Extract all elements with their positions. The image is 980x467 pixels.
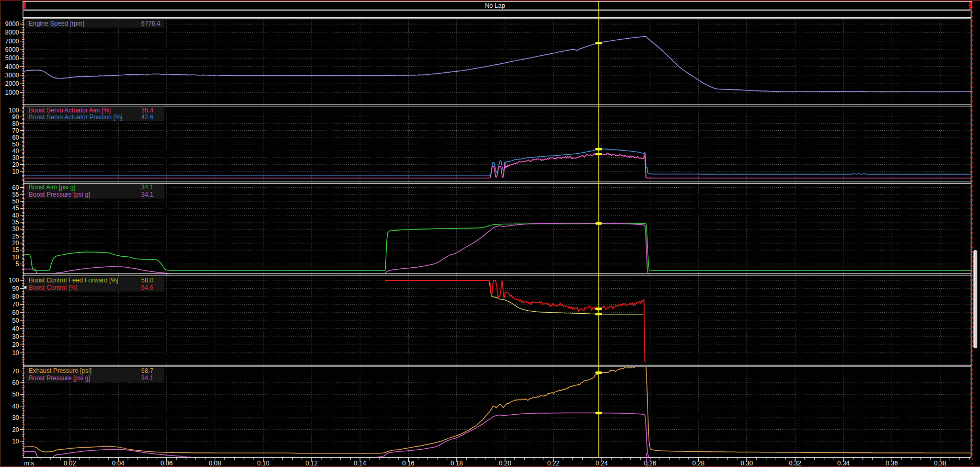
svg-text:5000: 5000: [5, 54, 19, 62]
svg-text:55: 55: [12, 191, 19, 198]
svg-text:Boost Pressure [psi g]: Boost Pressure [psi g]: [29, 191, 90, 198]
svg-text:40: 40: [12, 325, 19, 333]
svg-text:45: 45: [12, 204, 19, 212]
svg-text:34.1: 34.1: [141, 184, 154, 191]
svg-text:20: 20: [12, 161, 19, 168]
svg-text:1000: 1000: [5, 89, 19, 96]
svg-text:10: 10: [12, 254, 19, 261]
svg-text:35.4: 35.4: [141, 107, 154, 114]
svg-text:0:28: 0:28: [693, 460, 705, 467]
svg-text:20: 20: [12, 341, 19, 348]
svg-text:10: 10: [12, 438, 19, 445]
svg-text:6776.4: 6776.4: [141, 20, 160, 27]
svg-text:68.7: 68.7: [141, 367, 154, 374]
svg-text:0:06: 0:06: [160, 460, 173, 467]
svg-text:0:02: 0:02: [64, 460, 76, 467]
svg-text:50: 50: [12, 391, 19, 398]
svg-text:6000: 6000: [5, 46, 19, 53]
svg-text:70: 70: [12, 368, 19, 375]
svg-text:34.1: 34.1: [141, 191, 154, 198]
svg-text:0:08: 0:08: [209, 460, 222, 467]
svg-text:m:s: m:s: [24, 460, 34, 467]
svg-text:58.0: 58.0: [141, 277, 154, 284]
svg-text:20: 20: [12, 240, 19, 247]
svg-text:0:32: 0:32: [789, 460, 802, 467]
svg-text:90: 90: [12, 285, 19, 292]
svg-text:30: 30: [12, 414, 19, 422]
svg-text:0:18: 0:18: [451, 460, 463, 467]
svg-text:0:22: 0:22: [547, 460, 560, 467]
svg-text:Boost Servo Actuator Position: Boost Servo Actuator Position [%]: [29, 113, 122, 121]
svg-text:9000: 9000: [5, 20, 19, 28]
svg-text:70: 70: [12, 301, 19, 308]
svg-text:20: 20: [12, 426, 19, 434]
svg-text:3000: 3000: [5, 72, 19, 79]
svg-text:0:26: 0:26: [644, 460, 656, 467]
svg-text:100: 100: [8, 107, 19, 114]
svg-text:64.6: 64.6: [141, 284, 154, 291]
svg-text:4000: 4000: [5, 63, 19, 71]
svg-text:30: 30: [12, 154, 19, 162]
svg-text:34.1: 34.1: [141, 374, 154, 382]
svg-text:40: 40: [12, 212, 19, 219]
svg-text:0:12: 0:12: [306, 460, 318, 467]
svg-text:No Lap: No Lap: [485, 2, 505, 9]
svg-text:10: 10: [12, 168, 19, 175]
svg-text:Engine Speed [rpm]: Engine Speed [rpm]: [29, 20, 84, 27]
svg-text:Boost Control Feed Forward [%]: Boost Control Feed Forward [%]: [29, 277, 118, 284]
svg-text:2000: 2000: [5, 80, 19, 87]
svg-text:80: 80: [12, 293, 19, 300]
svg-text:7000: 7000: [5, 38, 19, 45]
svg-text:0:04: 0:04: [112, 460, 125, 467]
svg-text:0:30: 0:30: [741, 460, 753, 467]
svg-text:50: 50: [12, 317, 19, 324]
svg-text:90: 90: [12, 113, 19, 121]
svg-text:40: 40: [12, 147, 19, 155]
svg-text:30: 30: [12, 333, 19, 340]
svg-text:100: 100: [8, 277, 19, 284]
svg-text:25: 25: [12, 233, 19, 240]
svg-text:42.6: 42.6: [141, 113, 154, 121]
svg-text:0:36: 0:36: [886, 460, 898, 467]
svg-text:70: 70: [12, 127, 19, 134]
svg-text:0:24: 0:24: [596, 460, 608, 467]
svg-text:60: 60: [12, 134, 19, 141]
svg-text:0:34: 0:34: [837, 460, 850, 467]
svg-text:60: 60: [12, 379, 19, 386]
svg-text:Boost Control [%]: Boost Control [%]: [29, 284, 77, 291]
svg-text:Boost Pressure [psi g]: Boost Pressure [psi g]: [29, 374, 90, 382]
svg-text:35: 35: [12, 219, 19, 226]
svg-text:40: 40: [12, 403, 19, 410]
svg-text:30: 30: [12, 225, 19, 233]
svg-text:Exhaust Pressure [psi]: Exhaust Pressure [psi]: [29, 367, 91, 374]
svg-text:50: 50: [12, 198, 19, 205]
svg-text:0:16: 0:16: [402, 460, 415, 467]
svg-text:0:10: 0:10: [257, 460, 270, 467]
svg-text:0:14: 0:14: [354, 460, 366, 467]
svg-text:0:20: 0:20: [499, 460, 512, 467]
svg-text:Boost Aim [psi g]: Boost Aim [psi g]: [29, 184, 75, 191]
svg-text:Boost Servo Actuator Aim [%]: Boost Servo Actuator Aim [%]: [29, 107, 111, 114]
svg-text:60: 60: [12, 309, 19, 316]
svg-text:60: 60: [12, 184, 19, 191]
svg-text:5: 5: [16, 260, 19, 268]
svg-text:80: 80: [12, 120, 19, 128]
svg-text:8000: 8000: [5, 29, 19, 36]
svg-text:15: 15: [12, 246, 19, 254]
svg-text:10: 10: [12, 349, 19, 357]
svg-text:50: 50: [12, 141, 19, 148]
svg-text:0:38: 0:38: [934, 460, 947, 467]
